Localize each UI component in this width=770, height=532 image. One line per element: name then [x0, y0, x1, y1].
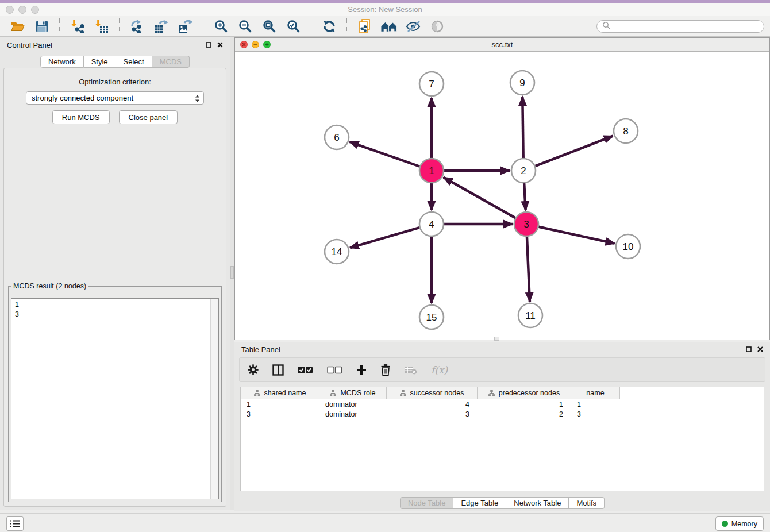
column-selector-icon[interactable]: [272, 364, 284, 376]
graph-edge-2-9[interactable]: [522, 97, 523, 159]
column-header-shared-name[interactable]: shared name: [241, 387, 319, 399]
column-header-label: shared name: [264, 389, 306, 397]
column-header-MCDS-role[interactable]: MCDS role: [319, 387, 387, 399]
tab-edge-table[interactable]: Edge Table: [453, 497, 506, 509]
export-image-icon[interactable]: [178, 18, 194, 34]
graph-edge-1-6[interactable]: [350, 142, 421, 167]
zoom-out-icon[interactable]: [237, 18, 253, 34]
hierarchy-icon: [330, 390, 336, 396]
network-minimize-button[interactable]: [252, 41, 259, 48]
run-mcds-button[interactable]: Run MCDS: [52, 110, 110, 124]
float-panel-icon[interactable]: [206, 42, 211, 48]
clone-network-icon[interactable]: [357, 18, 373, 34]
network-canvas[interactable]: 7968124314101511: [235, 51, 769, 340]
window-resize-grip[interactable]: [494, 337, 499, 341]
table-cell[interactable]: 1: [571, 400, 620, 408]
graph-node-9[interactable]: 9: [510, 71, 534, 95]
import-table-icon[interactable]: [94, 18, 110, 34]
graph-edge-2-3[interactable]: [524, 183, 526, 210]
tab-style[interactable]: Style: [84, 56, 116, 68]
float-panel-icon[interactable]: [746, 346, 752, 352]
graph-edge-4-14[interactable]: [350, 228, 420, 248]
column-header-predecessor-nodes[interactable]: predecessor nodes: [478, 387, 571, 399]
graph-node-15[interactable]: 15: [419, 305, 444, 329]
graph-node-1[interactable]: 1: [419, 159, 444, 183]
column-header-name[interactable]: name: [571, 387, 620, 399]
table-cell[interactable]: 1: [478, 400, 571, 408]
mcds-result-line: 3: [15, 310, 207, 319]
graph-node-label: 10: [623, 241, 634, 252]
graph-node-10[interactable]: 10: [616, 234, 640, 259]
table-cell[interactable]: 3: [387, 410, 478, 418]
task-history-button[interactable]: [6, 516, 24, 531]
node-table: shared nameMCDS rolesuccessor nodesprede…: [240, 387, 764, 491]
graph-node-11[interactable]: 11: [518, 303, 542, 327]
panel-splitter[interactable]: [230, 37, 234, 510]
table-row[interactable]: 1dominator411: [241, 399, 764, 409]
open-session-icon[interactable]: [10, 18, 26, 34]
delete-row-icon[interactable]: [380, 364, 391, 376]
network-maximize-button[interactable]: [263, 41, 271, 48]
table-cell[interactable]: 1: [241, 400, 319, 408]
mcds-result-textarea[interactable]: 13: [11, 298, 219, 499]
status-bar: Memory: [0, 513, 770, 532]
close-panel-button[interactable]: Close panel: [119, 110, 178, 124]
first-neighbors-icon[interactable]: [381, 18, 397, 34]
search-input[interactable]: [610, 22, 764, 31]
tab-motifs[interactable]: Motifs: [569, 497, 605, 509]
control-panel: Control Panel NetworkStyleSelectMCDS Opt…: [0, 37, 230, 510]
table-cell[interactable]: 4: [387, 400, 478, 408]
splitter-handle[interactable]: [230, 266, 234, 279]
show-all-icon[interactable]: [429, 18, 445, 34]
graph-node-label: 9: [519, 78, 525, 88]
graph-edge-3-11[interactable]: [527, 236, 530, 302]
graph-node-8[interactable]: 8: [614, 119, 638, 143]
graph-node-3[interactable]: 3: [514, 212, 538, 236]
graph-node-4[interactable]: 4: [419, 212, 444, 236]
table-cell[interactable]: 2: [478, 410, 571, 418]
graph-edge-2-8[interactable]: [535, 136, 613, 167]
close-panel-icon[interactable]: [757, 346, 763, 352]
table-cell[interactable]: dominator: [319, 410, 387, 418]
network-window-titlebar[interactable]: scc.txt: [235, 38, 769, 52]
refresh-view-icon[interactable]: [321, 18, 337, 34]
export-network-icon[interactable]: [129, 18, 145, 34]
table-row[interactable]: 3dominator323: [241, 409, 764, 419]
tab-mcds[interactable]: MCDS: [152, 56, 190, 68]
result-scrollbar[interactable]: [210, 299, 218, 499]
deselect-all-icon[interactable]: [327, 366, 342, 374]
graph-node-label: 3: [523, 219, 529, 230]
app-title: Session: New Session: [0, 5, 770, 14]
table-settings-icon[interactable]: [248, 364, 259, 375]
search-box[interactable]: [596, 20, 764, 33]
optimization-criterion-select[interactable]: strongly connected component: [26, 91, 204, 105]
graph-node-2[interactable]: 2: [511, 159, 536, 183]
tab-network-table[interactable]: Network Table: [506, 497, 569, 509]
hide-selected-icon[interactable]: [405, 18, 421, 34]
graph-node-7[interactable]: 7: [419, 72, 444, 96]
tab-node-table[interactable]: Node Table: [400, 497, 454, 509]
table-cell[interactable]: 3: [571, 410, 620, 418]
export-table-icon[interactable]: [153, 18, 170, 34]
graph-edge-3-10[interactable]: [538, 227, 615, 244]
select-all-icon[interactable]: [298, 366, 313, 374]
column-header-successor-nodes[interactable]: successor nodes: [387, 387, 478, 399]
toolbar-separator: [311, 18, 312, 34]
zoom-fit-icon[interactable]: [261, 18, 278, 34]
import-network-icon[interactable]: [70, 18, 86, 34]
graph-node-6[interactable]: 6: [325, 125, 349, 149]
graph-node-14[interactable]: 14: [325, 240, 349, 264]
table-cell[interactable]: dominator: [319, 400, 387, 408]
zoom-in-icon[interactable]: [213, 18, 229, 34]
memory-button[interactable]: Memory: [715, 516, 764, 531]
network-close-button[interactable]: [240, 41, 248, 48]
add-row-icon[interactable]: [356, 365, 367, 375]
zoom-selected-icon[interactable]: [286, 18, 302, 34]
table-cell[interactable]: 3: [241, 410, 319, 418]
tab-network[interactable]: Network: [40, 56, 84, 68]
graph-edge-3-1[interactable]: [444, 178, 516, 218]
close-panel-icon[interactable]: [217, 42, 223, 48]
save-session-icon[interactable]: [34, 18, 50, 34]
tab-select[interactable]: Select: [116, 56, 152, 68]
delete-table-icon: [405, 365, 417, 375]
